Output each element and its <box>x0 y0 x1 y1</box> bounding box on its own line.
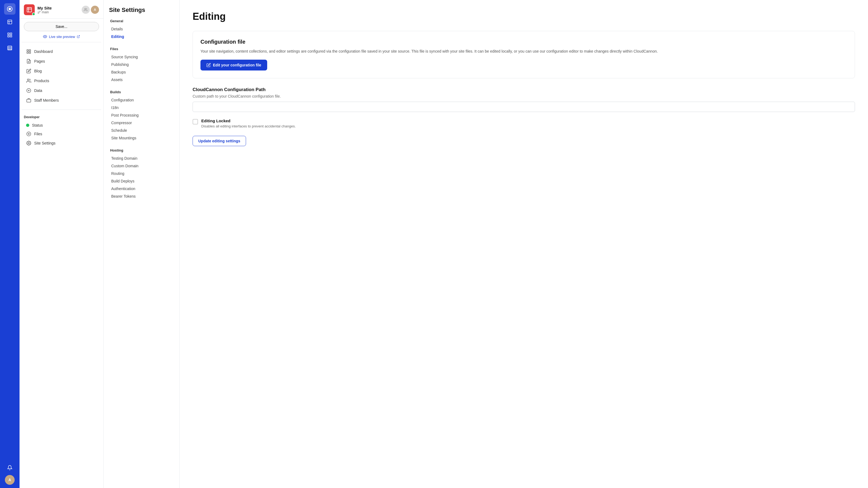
svg-point-1 <box>8 8 11 10</box>
editing-locked-row: Editing Locked Disables all editing inte… <box>193 119 855 128</box>
svg-point-31 <box>28 133 30 135</box>
config-path-label: CloudCannon Configuration Path <box>193 87 855 93</box>
svg-rect-2 <box>8 20 12 24</box>
chart-icon-btn[interactable] <box>4 42 16 54</box>
settings-configuration[interactable]: Configuration <box>109 96 174 104</box>
editing-locked-title: Editing Locked <box>201 119 296 123</box>
save-button[interactable]: Save... <box>24 22 99 31</box>
svg-point-25 <box>27 79 29 80</box>
page-title: Editing <box>193 11 855 22</box>
settings-editing[interactable]: Editing <box>109 33 174 40</box>
config-path-desc: Custom path to your CloudCannon configur… <box>193 94 855 98</box>
dev-status[interactable]: Status <box>24 121 99 129</box>
svg-rect-22 <box>29 52 31 54</box>
user-avatars: A <box>82 6 99 14</box>
nav-blog[interactable]: Blog <box>22 66 101 76</box>
site-name: My Site <box>37 6 79 10</box>
settings-group-hosting-label: Hosting <box>109 148 174 152</box>
blog-icon <box>26 68 31 74</box>
nav-staff-members[interactable]: Staff Members <box>22 95 101 105</box>
layout-icon-btn[interactable] <box>4 16 16 28</box>
svg-point-16 <box>85 8 86 10</box>
dev-site-settings[interactable]: Site Settings <box>24 138 99 148</box>
site-logo <box>24 4 35 15</box>
pages-icon <box>26 59 31 64</box>
settings-source-syncing[interactable]: Source Syncing <box>109 53 174 61</box>
settings-custom-domain[interactable]: Custom Domain <box>109 162 174 170</box>
site-info: My Site main <box>37 6 79 14</box>
nav-data[interactable]: Data <box>22 86 101 95</box>
live-preview-link[interactable]: Live site preview <box>20 34 103 42</box>
settings-group-general-label: General <box>109 19 174 23</box>
settings-testing-domain[interactable]: Testing Domain <box>109 155 174 162</box>
settings-details[interactable]: Details <box>109 25 174 33</box>
settings-compressor[interactable]: Compressor <box>109 119 174 127</box>
cloudcannon-icon-btn[interactable] <box>4 3 16 14</box>
settings-group-files: Files Source Syncing Publishing Backups … <box>109 47 174 84</box>
main-content: Editing Configuration file Your site nav… <box>180 0 868 488</box>
config-card-desc: Your site navigation, content collection… <box>200 48 847 54</box>
editing-locked-info: Editing Locked Disables all editing inte… <box>201 119 296 128</box>
settings-authentication[interactable]: Authentication <box>109 185 174 193</box>
left-sidebar: My Site main A <box>20 0 104 488</box>
editing-locked-checkbox[interactable] <box>193 119 198 124</box>
update-editing-button[interactable]: Update editing settings <box>193 136 246 146</box>
main-nav: Dashboard Pages Blog <box>20 44 103 107</box>
edit-config-button[interactable]: Edit your configuration file <box>200 60 267 70</box>
developer-label: Developer <box>24 115 99 119</box>
user-avatar-icon[interactable]: A <box>5 475 14 485</box>
team-avatar <box>82 6 90 14</box>
bell-icon-btn[interactable] <box>4 462 16 474</box>
settings-group-files-label: Files <box>109 47 174 51</box>
settings-bearer-tokens[interactable]: Bearer Tokens <box>109 193 174 200</box>
settings-post-processing[interactable]: Post Processing <box>109 111 174 119</box>
products-icon <box>26 78 31 84</box>
config-card-title: Configuration file <box>200 39 847 45</box>
svg-point-17 <box>45 36 45 37</box>
config-card: Configuration file Your site navigation,… <box>193 31 855 78</box>
developer-section: Developer Status Files Site Settings <box>20 112 103 149</box>
svg-point-30 <box>27 132 31 136</box>
config-path-input[interactable] <box>193 102 855 112</box>
settings-publishing[interactable]: Publishing <box>109 61 174 68</box>
config-path-section: CloudCannon Configuration Path Custom pa… <box>193 87 855 119</box>
svg-rect-6 <box>10 33 12 35</box>
svg-rect-21 <box>27 52 28 54</box>
files-icon <box>26 131 31 137</box>
svg-rect-20 <box>29 50 31 51</box>
data-icon <box>26 88 31 93</box>
svg-point-32 <box>28 142 30 144</box>
settings-icon <box>26 140 31 146</box>
dev-files[interactable]: Files <box>24 129 99 138</box>
edit-config-button-label: Edit your configuration file <box>213 63 261 67</box>
settings-sidebar-title: Site Settings <box>109 6 174 13</box>
settings-i18n[interactable]: I18n <box>109 104 174 111</box>
settings-schedule[interactable]: Schedule <box>109 127 174 134</box>
editing-locked-desc: Disables all editing interfaces to preve… <box>201 124 296 128</box>
settings-routing[interactable]: Routing <box>109 170 174 177</box>
settings-group-builds: Builds Configuration I18n Post Processin… <box>109 90 174 142</box>
icon-bar: A <box>0 0 20 488</box>
settings-backups[interactable]: Backups <box>109 68 174 76</box>
nav-dashboard[interactable]: Dashboard <box>22 46 101 56</box>
svg-rect-7 <box>8 35 9 37</box>
svg-rect-8 <box>10 35 12 37</box>
svg-rect-5 <box>8 33 9 35</box>
svg-rect-29 <box>27 99 31 102</box>
status-green-dot <box>26 124 29 127</box>
settings-site-mountings[interactable]: Site Mountings <box>109 134 174 142</box>
nav-pages[interactable]: Pages <box>22 56 101 66</box>
svg-point-15 <box>38 12 39 13</box>
settings-group-hosting: Hosting Testing Domain Custom Domain Rou… <box>109 148 174 200</box>
nav-products[interactable]: Products <box>22 76 101 86</box>
online-indicator <box>32 12 35 16</box>
svg-point-14 <box>40 11 40 12</box>
grid-icon-btn[interactable] <box>4 29 16 41</box>
settings-sidebar: Site Settings General Details Editing Fi… <box>104 0 180 488</box>
settings-assets[interactable]: Assets <box>109 76 174 84</box>
dashboard-icon <box>26 49 31 54</box>
staff-members-icon <box>26 98 31 103</box>
user-profile-avatar[interactable]: A <box>91 6 99 14</box>
settings-build-deploys[interactable]: Build Deploys <box>109 177 174 185</box>
update-editing-button-label: Update editing settings <box>198 139 240 143</box>
